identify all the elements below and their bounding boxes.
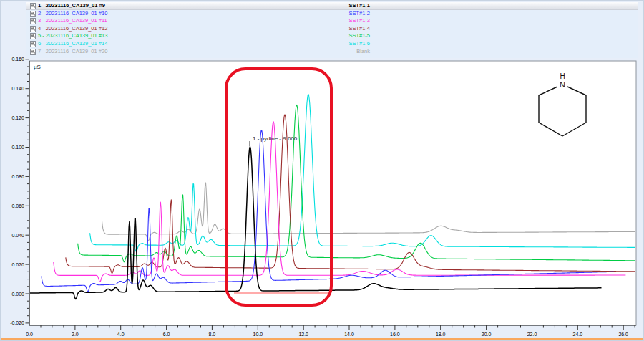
x-tick-label: 8.0: [209, 332, 216, 337]
y-tick-label: 0.080: [11, 174, 24, 179]
x-tick-label: 10.0: [253, 332, 263, 337]
peak-annotation-label: 1 - pydine - 9.660: [253, 135, 297, 142]
y-tick-label: 0.140: [11, 86, 24, 91]
y-tick-label: 0.000: [11, 292, 24, 297]
bond: [539, 87, 557, 95]
y-tick-label: 0.040: [11, 233, 24, 238]
bond: [562, 123, 586, 136]
y-tick-label: 0.100: [11, 145, 24, 150]
y-tick-label: -0.020: [10, 320, 24, 325]
bond: [539, 123, 562, 136]
x-tick-label: 18.0: [436, 332, 446, 337]
x-tick-label: 16.0: [390, 332, 400, 337]
bond: [567, 87, 586, 95]
y-tick-label: 0.060: [11, 203, 24, 208]
chromatogram-plot: 0.1600.1400.1200.1000.0800.0600.0400.020…: [1, 1, 644, 341]
y-tick-label: 0.120: [11, 115, 24, 120]
nitrogen-atom-label: N: [560, 80, 565, 89]
x-tick-label: 22.0: [527, 332, 537, 337]
hydrogen-atom-label: H: [560, 72, 565, 80]
x-tick-label: 20.0: [482, 332, 492, 337]
chromatogram-view: 1 - 20231116_CA139_01 #9 SST#1-1 2 - 202…: [0, 0, 644, 341]
x-tick-label: 12.0: [298, 332, 308, 337]
piperidine-bonds: [539, 87, 586, 136]
x-tick-label: 2.0: [72, 332, 79, 337]
x-tick-label: 24.0: [572, 332, 582, 337]
x-tick-label: 4.0: [117, 332, 125, 337]
y-axis-unit-label: µS: [34, 64, 41, 70]
x-tick-label: 26.0: [618, 332, 628, 337]
x-tick-label: 14.0: [344, 332, 354, 337]
y-tick-label: 0.020: [11, 262, 24, 267]
piperidine-structure: N H: [527, 62, 605, 148]
x-tick-label: 6.0: [163, 332, 170, 337]
y-tick-label: 0.160: [11, 57, 24, 62]
x-tick-label: 0.0: [26, 332, 33, 337]
